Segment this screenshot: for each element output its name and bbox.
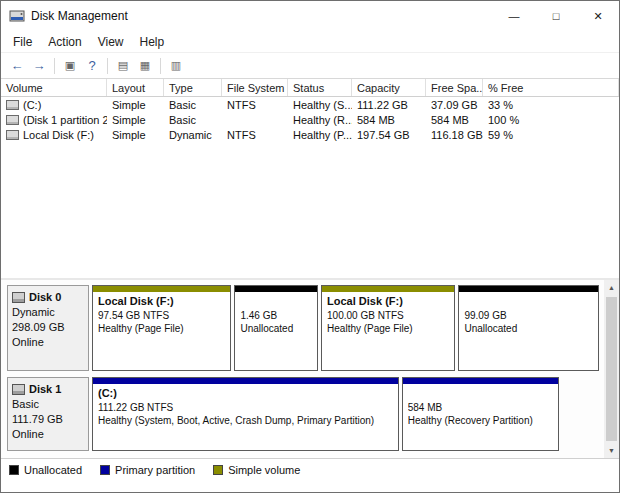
partition-status: Healthy (Page File)	[327, 322, 449, 335]
primary-partition-strip	[403, 378, 558, 385]
scroll-down-icon[interactable]: ▼	[604, 443, 619, 458]
column-header-free-space[interactable]: Free Spa...	[426, 79, 483, 96]
window-controls: — □ ✕	[493, 1, 619, 31]
volume-icon	[6, 115, 19, 125]
free-space-cell: 584 MB	[426, 112, 483, 127]
column-header-pct-free[interactable]: % Free	[483, 79, 619, 96]
window-title: Disk Management	[31, 9, 493, 23]
partition-title	[240, 295, 312, 309]
vertical-scrollbar[interactable]: ▲ ▼	[604, 280, 619, 458]
disk-icon	[12, 384, 25, 395]
column-header-type[interactable]: Type	[164, 79, 222, 96]
disk-1-info-panel[interactable]: Disk 1 Basic 111.79 GB Online	[7, 377, 89, 451]
disk-name: Disk 0	[29, 290, 61, 305]
unallocated-strip	[235, 286, 317, 293]
menu-view[interactable]: View	[90, 33, 132, 51]
console-tree-icon[interactable]: ▣	[59, 56, 81, 76]
file-system-cell: NTFS	[222, 97, 288, 112]
properties-icon[interactable]: ▥	[165, 56, 187, 76]
capacity-cell: 197.54 GB	[352, 127, 426, 142]
legend-item-primary-partition: Primary partition	[100, 464, 195, 476]
scroll-up-icon[interactable]: ▲	[604, 280, 619, 295]
partition-size: 1.46 GB	[240, 309, 312, 322]
partition-size: 97.54 GB NTFS	[98, 309, 225, 322]
table-row[interactable]: (C:) Simple Basic NTFS Healthy (S... 111…	[1, 97, 619, 112]
disk-0-info-panel[interactable]: Disk 0 Dynamic 298.09 GB Online	[7, 285, 89, 371]
status-cell: Healthy (R...	[288, 112, 352, 127]
menu-file[interactable]: File	[5, 33, 40, 51]
list-view-icon[interactable]: ▤	[112, 56, 134, 76]
partition-size: 584 MB	[408, 401, 553, 414]
legend-label: Primary partition	[115, 464, 195, 476]
close-button[interactable]: ✕	[577, 1, 619, 31]
unallocated-region-1[interactable]: 1.46 GB Unallocated	[234, 285, 318, 371]
file-system-cell	[222, 112, 288, 127]
type-cell: Dynamic	[164, 127, 222, 142]
volume-name-cell: (C:)	[1, 97, 107, 112]
layout-cell: Simple	[107, 127, 164, 142]
disk-management-app-icon	[9, 9, 25, 23]
toolbar-separator	[160, 58, 161, 74]
partition-title	[464, 295, 593, 309]
partition-c[interactable]: (C:) 111.22 GB NTFS Healthy (System, Boo…	[92, 377, 399, 451]
menu-help[interactable]: Help	[132, 33, 173, 51]
volume-table-header: Volume Layout Type File System Status Ca…	[1, 79, 619, 97]
partition-title: Local Disk (F:)	[327, 295, 449, 309]
toolbar-separator	[107, 58, 108, 74]
legend-item-simple-volume: Simple volume	[213, 464, 300, 476]
primary-partition-swatch	[100, 465, 110, 475]
free-space-cell: 37.09 GB	[426, 97, 483, 112]
scrollbar-thumb[interactable]	[606, 297, 617, 441]
table-row[interactable]: (Disk 1 partition 2) Simple Basic Health…	[1, 112, 619, 127]
title-bar: Disk Management — □ ✕	[1, 1, 619, 31]
file-system-cell: NTFS	[222, 127, 288, 142]
column-header-status[interactable]: Status	[288, 79, 352, 96]
layout-cell: Simple	[107, 97, 164, 112]
toolbar: ← → ▣ ? ▤ ▦ ▥	[1, 53, 619, 79]
unallocated-region-2[interactable]: 99.09 GB Unallocated	[458, 285, 599, 371]
menu-action[interactable]: Action	[40, 33, 89, 51]
pct-free-cell: 59 %	[483, 127, 619, 142]
table-row[interactable]: Local Disk (F:) Simple Dynamic NTFS Heal…	[1, 127, 619, 142]
capacity-cell: 111.22 GB	[352, 97, 426, 112]
disk-0-title: Disk 0	[12, 290, 84, 305]
free-space-cell: 116.18 GB	[426, 127, 483, 142]
minimize-button[interactable]: —	[493, 1, 535, 31]
disk-1-title: Disk 1	[12, 382, 84, 397]
column-header-layout[interactable]: Layout	[107, 79, 164, 96]
disk-1-partitions: (C:) 111.22 GB NTFS Healthy (System, Boo…	[92, 377, 599, 451]
forward-icon[interactable]: →	[28, 56, 50, 76]
scrollbar-track[interactable]	[604, 295, 619, 443]
status-cell: Healthy (P...	[288, 127, 352, 142]
graphical-view-icon[interactable]: ▦	[134, 56, 156, 76]
disk-name: Disk 1	[29, 382, 61, 397]
partition-size: 111.22 GB NTFS	[98, 401, 393, 414]
column-header-file-system[interactable]: File System	[222, 79, 288, 96]
pct-free-cell: 100 %	[483, 112, 619, 127]
partition-status: Healthy (Page File)	[98, 322, 225, 335]
type-cell: Basic	[164, 112, 222, 127]
legend-bar: Unallocated Primary partition Simple vol…	[1, 458, 619, 480]
help-icon[interactable]: ?	[81, 56, 103, 76]
disk-size: 298.09 GB	[12, 320, 84, 335]
volume-name-cell: Local Disk (F:)	[1, 127, 107, 142]
partition-title: Local Disk (F:)	[98, 295, 225, 309]
column-header-volume[interactable]: Volume	[1, 79, 107, 96]
disk-type: Basic	[12, 397, 84, 412]
disk-0-partitions: Local Disk (F:) 97.54 GB NTFS Healthy (P…	[92, 285, 599, 371]
legend-label: Simple volume	[228, 464, 300, 476]
disk-management-window: Disk Management — □ ✕ File Action View H…	[0, 0, 620, 493]
status-cell: Healthy (S...	[288, 97, 352, 112]
disk-1-row: Disk 1 Basic 111.79 GB Online (C:) 111.2…	[7, 377, 599, 451]
back-icon[interactable]: ←	[6, 56, 28, 76]
volume-list-pane: Volume Layout Type File System Status Ca…	[1, 79, 619, 280]
column-header-capacity[interactable]: Capacity	[352, 79, 426, 96]
partition-size: 100.00 GB NTFS	[327, 309, 449, 322]
partition-f-1[interactable]: Local Disk (F:) 97.54 GB NTFS Healthy (P…	[92, 285, 231, 371]
recovery-partition[interactable]: 584 MB Healthy (Recovery Partition)	[402, 377, 559, 451]
partition-title: (C:)	[98, 387, 393, 401]
volume-table-body: (C:) Simple Basic NTFS Healthy (S... 111…	[1, 97, 619, 142]
disk-size: 111.79 GB	[12, 412, 84, 427]
partition-f-2[interactable]: Local Disk (F:) 100.00 GB NTFS Healthy (…	[321, 285, 455, 371]
maximize-button[interactable]: □	[535, 1, 577, 31]
